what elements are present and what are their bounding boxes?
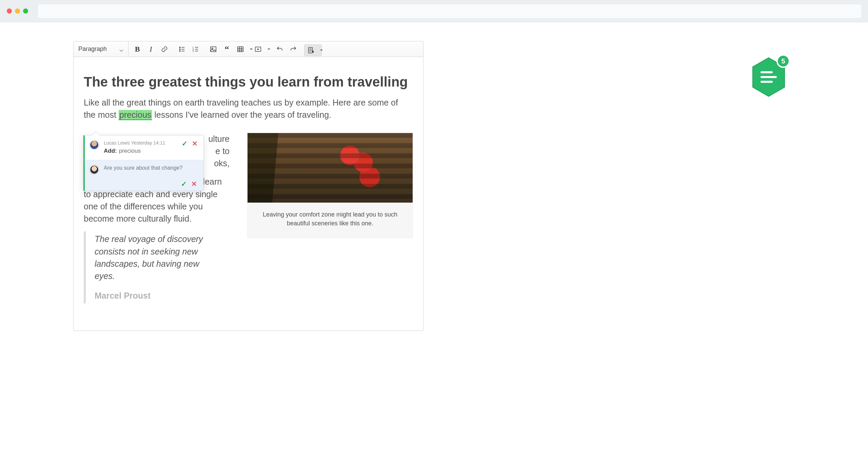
svg-rect-15 xyxy=(238,46,243,52)
svg-point-1 xyxy=(179,47,180,48)
hamburger-icon xyxy=(761,71,777,83)
link-button[interactable] xyxy=(158,41,171,57)
url-bar[interactable] xyxy=(38,4,861,18)
browser-titlebar xyxy=(0,0,868,22)
quote-author: Marcel Proust xyxy=(95,289,213,302)
figure: Leaving your comfort zone might lead you… xyxy=(247,133,413,238)
figure-caption: Leaving your comfort zone might lead you… xyxy=(248,203,413,238)
numbered-list-button[interactable]: 123 xyxy=(189,41,202,57)
image-button[interactable] xyxy=(206,41,220,57)
svg-text:3: 3 xyxy=(193,50,194,52)
document-content[interactable]: The three greatest things you learn from… xyxy=(74,57,423,331)
redo-button[interactable] xyxy=(287,41,300,57)
blockquote: The real voyage of discovery consists no… xyxy=(84,231,213,303)
avatar xyxy=(90,140,99,150)
tracked-insertion[interactable]: precious xyxy=(119,110,152,120)
table-button[interactable] xyxy=(234,41,251,57)
suggestion-meta: Lucas Lewis Yesterday 14:11 xyxy=(104,140,176,146)
document-title: The three greatest things you learn from… xyxy=(84,72,413,92)
window-zoom-dot[interactable] xyxy=(23,8,28,14)
heading-style-label: Paragraph xyxy=(78,45,107,53)
svg-point-5 xyxy=(179,51,180,52)
suggestion-action: Add:precious xyxy=(104,148,176,154)
suggestion-card[interactable]: Lucas Lewis Yesterday 14:11 Add:precious… xyxy=(83,135,203,160)
reject-reply-button[interactable]: ✕ xyxy=(191,181,197,187)
figure-image[interactable] xyxy=(248,133,413,203)
page-viewport: 5 Paragraph ⌵ B I xyxy=(0,22,868,331)
svg-point-3 xyxy=(179,49,180,50)
suggestion-popover: Lucas Lewis Yesterday 14:11 Add:precious… xyxy=(83,135,204,191)
suggestion-count: 5 xyxy=(776,54,790,68)
svg-marker-21 xyxy=(257,48,259,50)
chevron-down-icon: ⌵ xyxy=(119,45,123,53)
lead-paragraph: Like all the great things on earth trave… xyxy=(84,96,402,121)
track-changes-button[interactable] xyxy=(304,44,322,56)
undo-button[interactable] xyxy=(273,41,287,57)
bold-button[interactable]: B xyxy=(131,41,144,57)
reply-text: Are you sure about that change? xyxy=(104,165,182,171)
window-close-dot[interactable] xyxy=(7,8,12,14)
bulleted-list-button[interactable] xyxy=(175,41,189,57)
window-minimize-dot[interactable] xyxy=(15,8,20,14)
accept-suggestion-button[interactable]: ✓ xyxy=(181,140,188,154)
suggestion-reply-card[interactable]: Are you sure about that change? ✓ ✕ xyxy=(83,160,203,191)
avatar xyxy=(90,165,99,174)
browser-frame: 5 Paragraph ⌵ B I xyxy=(0,0,868,331)
media-button[interactable] xyxy=(251,41,269,57)
blockquote-button[interactable]: “ xyxy=(220,41,234,57)
accept-reply-button[interactable]: ✓ xyxy=(180,181,187,187)
reject-suggestion-button[interactable]: ✕ xyxy=(191,140,198,154)
italic-button[interactable]: I xyxy=(144,41,158,57)
suggestion-count-badge[interactable]: 5 xyxy=(751,56,787,98)
quote-text: The real voyage of discovery consists no… xyxy=(95,233,213,282)
heading-style-select[interactable]: Paragraph ⌵ xyxy=(74,41,129,57)
svg-rect-13 xyxy=(211,46,216,52)
editor-toolbar: Paragraph ⌵ B I 123 xyxy=(74,41,423,57)
